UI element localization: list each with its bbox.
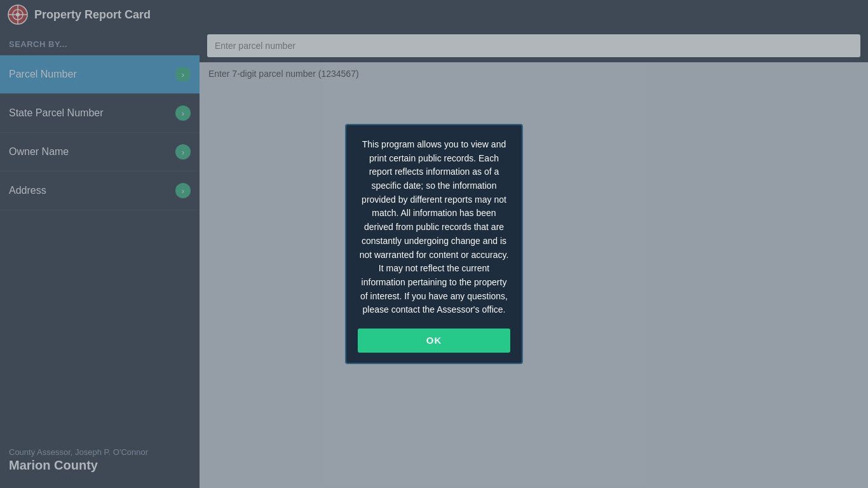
modal-overlay: This program allows you to view and prin… (0, 0, 868, 488)
modal-text: This program allows you to view and prin… (358, 138, 510, 317)
modal-dialog: This program allows you to view and prin… (345, 124, 523, 364)
modal-ok-button[interactable]: OK (358, 329, 510, 353)
